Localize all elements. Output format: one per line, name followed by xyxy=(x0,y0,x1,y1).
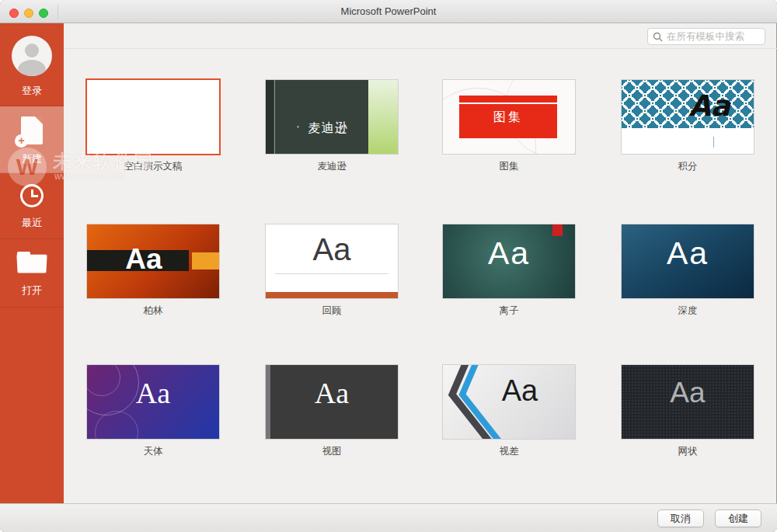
template-tile-parallax: Aa 视差 xyxy=(443,365,575,458)
template-thumbnail-depth[interactable]: Aa xyxy=(622,224,754,298)
template-thumbnail-berlin[interactable]: Aa xyxy=(87,224,219,298)
template-tile-celestial: Aa 天体 xyxy=(87,365,219,458)
template-tile-blank: 空白演示文稿 xyxy=(87,80,219,173)
template-tile-atlas: 图集 图集 xyxy=(443,80,575,173)
sign-in-label: 登录 xyxy=(0,84,64,98)
folder-icon xyxy=(17,252,47,273)
celestial-preview-text: Aa xyxy=(87,376,219,410)
template-label: 回顾 xyxy=(266,304,398,318)
search-icon xyxy=(653,32,663,42)
parallax-preview-text: Aa xyxy=(454,374,575,408)
template-thumbnail-celestial[interactable]: Aa xyxy=(87,365,219,439)
template-thumbnail-integral[interactable]: Aa xyxy=(622,80,754,154)
new-document-icon: + xyxy=(19,116,44,146)
template-label: 离子 xyxy=(443,304,575,318)
depth-preview-text: Aa xyxy=(622,235,754,272)
template-thumbnail-parallax[interactable]: Aa xyxy=(443,365,575,439)
ion-preview-text: Aa xyxy=(443,235,575,272)
template-label: 深度 xyxy=(622,304,754,318)
search-placeholder: 在所有模板中搜索 xyxy=(667,29,744,44)
template-thumbnail-blank[interactable] xyxy=(87,80,219,154)
title-bar: Microsoft PowerPoint xyxy=(0,0,777,23)
template-tile-madison: ʼ 麦迪逊 麦迪逊 xyxy=(266,80,398,173)
template-label: 网状 xyxy=(622,445,754,458)
mesh-preview-text: Aa xyxy=(622,377,754,409)
template-tile-ion: Aa 离子 xyxy=(443,224,575,318)
template-thumbnail-atlas[interactable]: 图集 xyxy=(443,80,575,154)
create-button[interactable]: 创建 xyxy=(715,509,761,527)
avatar xyxy=(12,36,52,76)
powerpoint-template-chooser-window: Microsoft PowerPoint 登录 + 新建 最近 xyxy=(0,0,777,532)
sidebar-item-new[interactable]: + 新建 xyxy=(0,106,64,173)
sidebar-item-sign-in[interactable]: 登录 xyxy=(0,23,64,106)
template-tile-retrospect: Aa 回顾 xyxy=(266,224,398,318)
template-label: 积分 xyxy=(622,160,754,173)
recent-label: 最近 xyxy=(0,216,64,230)
template-label: 天体 xyxy=(87,445,219,458)
sidebar-item-open[interactable]: 打开 xyxy=(0,239,64,308)
sidebar-item-recent[interactable]: 最近 xyxy=(0,173,64,239)
open-label: 打开 xyxy=(0,283,64,297)
template-tile-depth: Aa 深度 xyxy=(622,224,754,318)
atlas-preview-text: 图集 xyxy=(459,110,557,126)
template-thumbnail-retrospect[interactable]: Aa xyxy=(266,224,398,298)
cancel-button[interactable]: 取消 xyxy=(657,509,704,527)
integral-preview-text: Aa xyxy=(643,89,754,123)
toolbar: 在所有模板中搜索 xyxy=(64,23,777,49)
template-label: 麦迪逊 xyxy=(266,160,398,173)
template-thumbnail-ion[interactable]: Aa xyxy=(443,224,575,298)
template-tile-integral: Aa 积分 xyxy=(622,80,754,173)
sidebar: 登录 + 新建 最近 打开 xyxy=(0,23,64,503)
template-label: 视图 xyxy=(266,445,398,458)
template-thumbnail-madison[interactable]: ʼ 麦迪逊 xyxy=(266,80,398,154)
template-tile-view: Aa 视图 xyxy=(266,365,398,458)
template-label: 图集 xyxy=(443,160,575,173)
berlin-preview-text: Aa xyxy=(87,243,210,276)
window-title: Microsoft PowerPoint xyxy=(0,0,777,23)
template-thumbnail-view[interactable]: Aa xyxy=(266,365,398,439)
search-input[interactable]: 在所有模板中搜索 xyxy=(647,28,765,45)
new-label: 新建 xyxy=(0,152,64,166)
template-label: 柏林 xyxy=(87,304,219,318)
template-label: 空白演示文稿 xyxy=(87,160,219,173)
template-thumbnail-mesh[interactable]: Aa xyxy=(622,365,754,439)
view-preview-text: Aa xyxy=(266,376,398,410)
clock-icon xyxy=(20,184,44,207)
footer-bar: 取消 创建 xyxy=(0,503,777,532)
madison-preview-text: 麦迪逊 xyxy=(287,120,368,137)
template-label: 视差 xyxy=(443,445,575,458)
template-tile-mesh: Aa 网状 xyxy=(622,365,754,458)
retrospect-preview-text: Aa xyxy=(266,232,398,267)
template-tile-berlin: Aa 柏林 xyxy=(87,224,219,318)
